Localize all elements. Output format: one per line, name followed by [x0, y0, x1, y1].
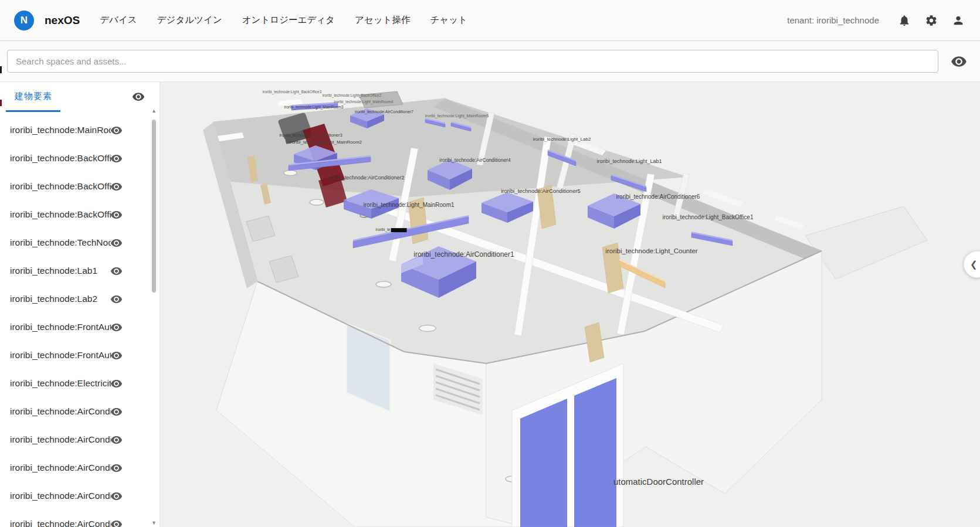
sidebar-item[interactable]: iroribi_technode:AirCondi	[0, 482, 160, 510]
user-account-icon[interactable]	[952, 14, 965, 27]
brand-title: nexOS	[45, 14, 80, 27]
sidebar-item-label: iroribi_technode:MainRoo	[10, 125, 111, 135]
sidebar-item[interactable]: iroribi_technode:MainRoo	[0, 116, 160, 144]
sidebar-item-label: iroribi_technode:BackOffi	[10, 181, 111, 192]
global-visibility-eye-icon[interactable]	[951, 53, 967, 70]
tenant-label: tenant: iroribi_technode	[787, 15, 879, 25]
sidebar-item[interactable]: iroribi_technode:BackOffi	[0, 172, 160, 200]
building-elements-list: iroribi_technode:MainRoo iroribi_technod…	[0, 116, 160, 527]
sidebar-item-label: iroribi_technode:FrontAut	[10, 322, 111, 332]
sidebar-item-label: iroribi_technode:AirCondi	[10, 463, 111, 473]
navbar: N nexOS デバイスデジタルツインオントロジーエディタアセット操作チャット …	[0, 0, 980, 41]
eye-icon[interactable]	[110, 378, 123, 390]
sidebar-item[interactable]: iroribi_technode:Lab2	[0, 285, 160, 313]
scrollbar-thumb[interactable]	[152, 120, 156, 293]
sidebar-item-label: iroribi_technode:Lab2	[10, 294, 111, 304]
edge-artifact	[0, 100, 2, 106]
sidebar-item-label: iroribi_technode:AirCondi	[10, 519, 111, 527]
nav-item[interactable]: チャット	[430, 14, 467, 26]
nav-item[interactable]: オントロジーエディタ	[242, 14, 335, 26]
toggle-all-visibility-eye-icon[interactable]	[132, 90, 145, 103]
sidebar-item[interactable]: iroribi_technode:Lab1	[0, 257, 160, 285]
sidebar-item-label: iroribi_technode:Lab1	[10, 266, 111, 276]
eye-icon[interactable]	[110, 434, 123, 446]
eye-icon[interactable]	[110, 152, 123, 165]
sidebar-item[interactable]: iroribi_technode:Electricit	[0, 369, 160, 397]
search-bar-row	[0, 41, 980, 82]
eye-icon[interactable]	[110, 181, 123, 193]
dark-unit-airconditioner3[interactable]	[281, 115, 310, 142]
sidebar-item-label: iroribi_technode:FrontAut	[10, 350, 111, 361]
sidebar-item[interactable]: iroribi_technode:FrontAut	[0, 313, 160, 341]
eye-icon[interactable]	[110, 124, 123, 137]
eye-icon[interactable]	[110, 518, 123, 527]
eye-icon[interactable]	[110, 349, 123, 362]
scroll-up-arrow-icon[interactable]: ▲	[151, 108, 157, 114]
eye-icon[interactable]	[110, 209, 123, 221]
nav-item[interactable]: アセット操作	[355, 14, 410, 26]
eye-icon[interactable]	[110, 406, 123, 418]
sidebar-item[interactable]: iroribi_technode:AirCondi	[0, 510, 160, 527]
nexos-logo-icon[interactable]: N	[14, 11, 34, 30]
sidebar-item-label: iroribi_technode:AirCondi	[10, 406, 111, 417]
settings-gear-icon[interactable]	[925, 14, 938, 27]
eye-icon[interactable]	[110, 265, 123, 277]
app-window: N nexOS デバイスデジタルツインオントロジーエディタアセット操作チャット …	[0, 0, 980, 527]
sidebar-item[interactable]: iroribi_technode:BackOffi	[0, 200, 160, 229]
sidebar-item[interactable]: iroribi_technode:AirCondi	[0, 426, 160, 454]
search-input[interactable]	[7, 50, 938, 73]
sidebar-item[interactable]: iroribi_technode:AirCondi	[0, 454, 160, 482]
eye-icon[interactable]	[110, 237, 123, 249]
sidebar-item[interactable]: iroribi_technode:TechNod	[0, 229, 160, 257]
eye-icon[interactable]	[110, 490, 123, 502]
edge-artifact	[0, 66, 2, 73]
nav-item[interactable]: デジタルツイン	[157, 14, 222, 26]
tab-building-elements[interactable]: 建物要素	[6, 88, 60, 112]
eye-icon[interactable]	[110, 462, 123, 474]
sidebar-item-label: iroribi_technode:BackOffi	[10, 153, 111, 164]
sidebar-item[interactable]: iroribi_technode:FrontAut	[0, 341, 160, 369]
nav-item[interactable]: デバイス	[100, 14, 137, 26]
notifications-bell-icon[interactable]	[898, 14, 911, 27]
sidebar-item[interactable]: iroribi_technode:BackOffi	[0, 144, 160, 172]
eye-icon[interactable]	[110, 293, 123, 305]
sidebar-scrollbar[interactable]: ▲ ▼	[151, 108, 157, 526]
eye-icon[interactable]	[110, 321, 123, 334]
building-3d-model	[160, 82, 980, 527]
scroll-down-arrow-icon[interactable]: ▼	[151, 520, 157, 526]
sidebar-item-label: iroribi_technode:Electricit	[10, 378, 111, 389]
sidebar-item[interactable]: iroribi_technode:AirCondi	[0, 397, 160, 426]
main-nav: デバイスデジタルツインオントロジーエディタアセット操作チャット	[100, 14, 467, 26]
sidebar-item-label: iroribi_technode:AirCondi	[10, 434, 111, 445]
sidebar-item-label: iroribi_technode:TechNod	[10, 237, 111, 248]
sidebar-item-label: iroribi_technode:AirCondi	[10, 491, 111, 501]
sidebar-item-label: iroribi_technode:BackOffi	[10, 209, 111, 220]
sidebar-building-elements: 建物要素 iroribi_technode:MainRoo iroribi_te…	[0, 82, 160, 527]
viewport-3d[interactable]: iroribi_technode:Light_BackOffice3irorib…	[160, 82, 980, 527]
